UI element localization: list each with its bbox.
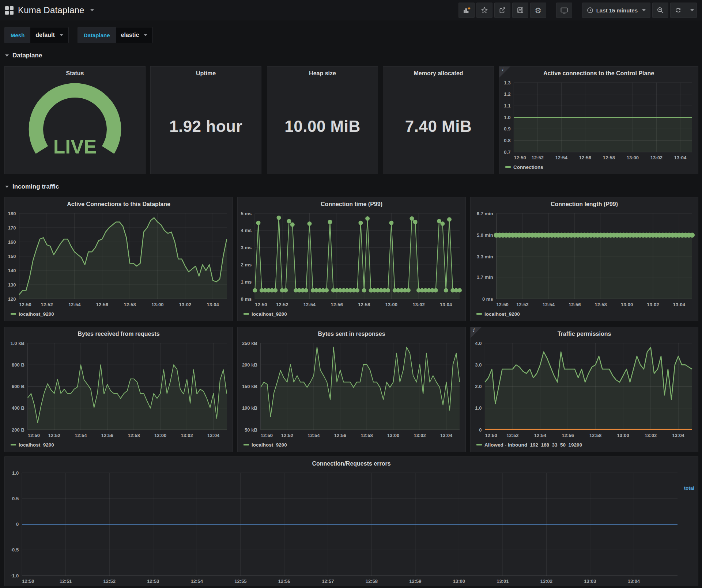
svg-text:13:01: 13:01 xyxy=(497,578,509,584)
svg-text:13:04: 13:04 xyxy=(207,433,220,438)
legend-item[interactable]: total xyxy=(684,485,695,491)
settings-button[interactable]: ⚙ xyxy=(530,3,546,18)
active-connections-chart[interactable]: 12:5012:5212:5412:5612:5813:0013:0213:04… xyxy=(5,210,233,309)
legend-item[interactable]: Connections xyxy=(505,164,543,170)
zoom-out-icon xyxy=(657,7,664,14)
svg-text:12:51: 12:51 xyxy=(60,578,72,584)
panel-title[interactable]: Active Connections to this Dataplane xyxy=(5,197,233,210)
legend: Connections xyxy=(499,162,698,174)
panel-bytes-sent: Bytes sent in responses 12:5012:5212:541… xyxy=(237,327,466,452)
svg-text:0 ms: 0 ms xyxy=(482,296,493,302)
legend-item[interactable]: localhost_9200 xyxy=(244,442,287,448)
legend-item[interactable]: Allowed - inbound_192_168_33_50_19200 xyxy=(476,442,582,448)
variable-mesh-value[interactable]: default xyxy=(30,27,68,43)
traffic-permissions-chart[interactable]: 12:5012:5212:5412:5612:5813:0013:0213:04… xyxy=(471,339,698,440)
variable-dataplane[interactable]: Dataplane elastic xyxy=(78,27,153,43)
variable-mesh-label: Mesh xyxy=(5,27,30,43)
svg-text:0 ms: 0 ms xyxy=(241,296,252,302)
legend-item[interactable]: localhost_9200 xyxy=(11,442,54,448)
svg-text:150 kB: 150 kB xyxy=(242,384,257,389)
svg-text:12:56: 12:56 xyxy=(331,302,343,307)
svg-text:13:02: 13:02 xyxy=(181,433,193,438)
panel-title[interactable]: Connection/Requests errors xyxy=(5,457,698,469)
legend-item[interactable]: localhost_9200 xyxy=(11,311,54,317)
caret-down-icon[interactable] xyxy=(90,9,94,11)
dashboard-title[interactable]: Kuma Dataplane xyxy=(18,5,84,15)
svg-text:12:52: 12:52 xyxy=(103,578,116,584)
svg-text:13:00: 13:00 xyxy=(453,578,465,584)
zoom-out-button[interactable] xyxy=(652,3,668,18)
panel-title[interactable]: Status xyxy=(5,67,145,79)
bytes-received-chart[interactable]: 12:5012:5212:5412:5612:5813:0013:0213:04… xyxy=(5,339,233,440)
svg-text:1.3: 1.3 xyxy=(504,80,510,86)
svg-text:12:54: 12:54 xyxy=(191,578,203,584)
panel-title[interactable]: Active connections to the Control Plane xyxy=(499,67,698,79)
connection-length-chart[interactable]: 12:5012:5212:5412:5612:5813:0013:0213:04… xyxy=(471,210,698,309)
add-panel-button[interactable] xyxy=(458,3,475,18)
svg-text:13:00: 13:00 xyxy=(627,155,639,160)
svg-text:12:50: 12:50 xyxy=(255,302,267,307)
svg-text:13:04: 13:04 xyxy=(674,155,687,160)
refresh-button[interactable] xyxy=(670,3,697,18)
svg-text:12:56: 12:56 xyxy=(101,433,113,438)
tv-mode-icon xyxy=(560,7,568,14)
svg-text:12:50: 12:50 xyxy=(261,433,273,438)
svg-text:12:52: 12:52 xyxy=(41,302,53,307)
errors-chart[interactable]: 12:5012:5112:5212:5312:5412:5512:5612:57… xyxy=(5,469,698,586)
panel-title[interactable]: Heap size xyxy=(267,67,378,79)
svg-text:12:50: 12:50 xyxy=(19,302,31,307)
save-button[interactable] xyxy=(512,3,528,18)
svg-text:12:50: 12:50 xyxy=(485,433,497,438)
panel-info-icon[interactable]: i xyxy=(499,67,510,77)
svg-text:13:04: 13:04 xyxy=(440,302,452,307)
svg-text:12:58: 12:58 xyxy=(366,578,378,584)
svg-text:13:04: 13:04 xyxy=(673,302,686,307)
status-gauge: LIVE xyxy=(5,79,145,174)
row-header-dataplane[interactable]: Dataplane xyxy=(5,50,42,61)
time-range-button[interactable]: Last 15 minutes xyxy=(582,3,650,18)
variable-mesh[interactable]: Mesh default xyxy=(4,27,69,43)
share-button[interactable] xyxy=(494,3,510,18)
row-header-incoming-traffic[interactable]: Incoming traffic xyxy=(5,182,59,192)
grid-icon[interactable] xyxy=(5,6,14,15)
svg-text:130: 130 xyxy=(8,282,16,288)
panel-title[interactable]: Uptime xyxy=(151,67,261,79)
svg-text:0: 0 xyxy=(479,427,482,433)
panel-title[interactable]: Connection length (P99) xyxy=(471,197,698,210)
svg-text:13:04: 13:04 xyxy=(672,433,685,438)
share-icon xyxy=(499,7,506,14)
panel-connection-requests-errors: Connection/Requests errors 12:5012:5112:… xyxy=(4,456,698,586)
variable-dataplane-value[interactable]: elastic xyxy=(116,27,153,43)
legend-item[interactable]: localhost_9200 xyxy=(244,311,287,317)
tv-mode-button[interactable] xyxy=(556,3,572,18)
refresh-interval-caret[interactable] xyxy=(686,3,697,18)
svg-text:1 ms: 1 ms xyxy=(241,279,252,285)
svg-text:5.0 min: 5.0 min xyxy=(477,232,493,238)
svg-text:-0.5: -0.5 xyxy=(11,547,19,553)
control-plane-connections-chart[interactable]: 12:5012:5212:5412:5612:5813:0013:0213:04… xyxy=(499,79,698,162)
star-icon xyxy=(481,7,488,14)
connection-time-chart[interactable]: 12:5012:5212:5412:5612:5813:0013:0213:04… xyxy=(238,210,465,309)
panel-title[interactable]: Memory allocated xyxy=(383,67,494,79)
legend-item[interactable]: localhost_9200 xyxy=(476,311,520,317)
star-button[interactable] xyxy=(476,3,492,18)
svg-text:13:00: 13:00 xyxy=(617,433,629,438)
legend: localhost_9200 xyxy=(5,440,233,452)
panel-title[interactable]: Bytes sent in responses xyxy=(238,327,465,339)
svg-text:180: 180 xyxy=(8,211,16,216)
refresh-icon[interactable] xyxy=(671,3,686,18)
panel-title[interactable]: Connection time (P99) xyxy=(238,197,465,210)
time-range-label: Last 15 minutes xyxy=(596,7,638,14)
bytes-sent-chart[interactable]: 12:5012:5212:5412:5612:5813:0013:0213:04… xyxy=(238,339,465,440)
navbar: Kuma Dataplane xyxy=(0,0,702,20)
svg-text:1.0: 1.0 xyxy=(12,470,19,476)
svg-text:12:54: 12:54 xyxy=(303,302,316,307)
panel-title[interactable]: Bytes received from requests xyxy=(5,327,233,339)
panel-info-icon[interactable]: i xyxy=(471,327,482,338)
svg-text:3.3 min: 3.3 min xyxy=(477,254,493,259)
panel-traffic-permissions: i Traffic permissions 12:5012:5212:5412:… xyxy=(470,327,698,452)
svg-text:200 B: 200 B xyxy=(12,427,24,433)
svg-text:12:58: 12:58 xyxy=(595,302,607,307)
panel-title[interactable]: Traffic permissions xyxy=(471,327,698,339)
svg-text:0.7: 0.7 xyxy=(504,149,510,155)
